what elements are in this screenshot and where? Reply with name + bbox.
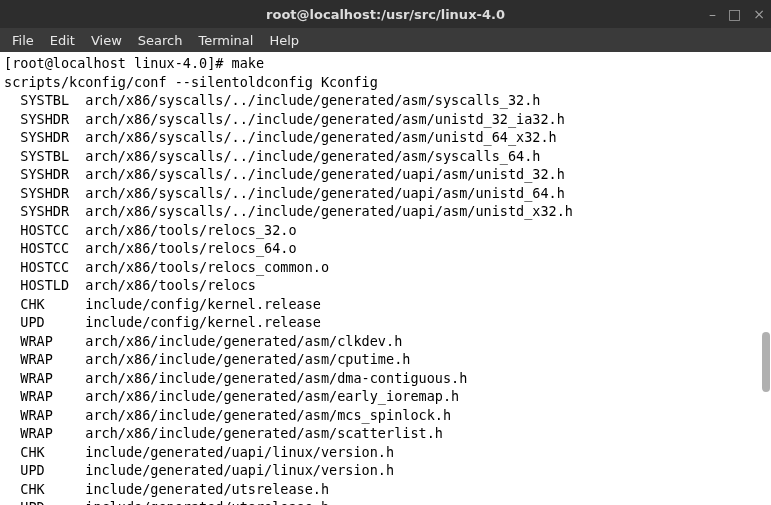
build-row: UPD include/config/kernel.release xyxy=(4,313,767,332)
build-row: SYSHDR arch/x86/syscalls/../include/gene… xyxy=(4,165,767,184)
build-row: UPD include/generated/utsrelease.h xyxy=(4,498,767,505)
prompt-line: [root@localhost linux-4.0]# make xyxy=(4,54,767,73)
build-row: WRAP arch/x86/include/generated/asm/dma-… xyxy=(4,369,767,388)
build-row: WRAP arch/x86/include/generated/asm/earl… xyxy=(4,387,767,406)
menu-help[interactable]: Help xyxy=(263,31,305,50)
build-row: SYSTBL arch/x86/syscalls/../include/gene… xyxy=(4,91,767,110)
build-row: CHK include/generated/utsrelease.h xyxy=(4,480,767,499)
menu-terminal[interactable]: Terminal xyxy=(192,31,259,50)
menu-file[interactable]: File xyxy=(6,31,40,50)
build-row: WRAP arch/x86/include/generated/asm/scat… xyxy=(4,424,767,443)
build-row: SYSHDR arch/x86/syscalls/../include/gene… xyxy=(4,110,767,129)
menu-search[interactable]: Search xyxy=(132,31,189,50)
scrollbar-thumb[interactable] xyxy=(762,332,770,392)
build-row: HOSTCC arch/x86/tools/relocs_64.o xyxy=(4,239,767,258)
build-row: SYSTBL arch/x86/syscalls/../include/gene… xyxy=(4,147,767,166)
maximize-icon[interactable]: □ xyxy=(728,7,741,21)
minimize-icon[interactable]: – xyxy=(709,7,716,21)
output-line: scripts/kconfig/conf --silentoldconfig K… xyxy=(4,73,767,92)
build-row: CHK include/config/kernel.release xyxy=(4,295,767,314)
build-row: CHK include/generated/uapi/linux/version… xyxy=(4,443,767,462)
scrollbar-track[interactable] xyxy=(761,52,771,505)
menubar: File Edit View Search Terminal Help xyxy=(0,28,771,52)
build-row: WRAP arch/x86/include/generated/asm/mcs_… xyxy=(4,406,767,425)
titlebar: root@localhost:/usr/src/linux-4.0 – □ × xyxy=(0,0,771,28)
build-row: SYSHDR arch/x86/syscalls/../include/gene… xyxy=(4,202,767,221)
build-row: UPD include/generated/uapi/linux/version… xyxy=(4,461,767,480)
menu-view[interactable]: View xyxy=(85,31,128,50)
build-row: HOSTLD arch/x86/tools/relocs xyxy=(4,276,767,295)
build-row: HOSTCC arch/x86/tools/relocs_common.o xyxy=(4,258,767,277)
build-row: HOSTCC arch/x86/tools/relocs_32.o xyxy=(4,221,767,240)
window-controls: – □ × xyxy=(709,7,765,21)
terminal-output[interactable]: [root@localhost linux-4.0]# makescripts/… xyxy=(0,52,771,505)
close-icon[interactable]: × xyxy=(753,7,765,21)
build-row: SYSHDR arch/x86/syscalls/../include/gene… xyxy=(4,184,767,203)
build-row: SYSHDR arch/x86/syscalls/../include/gene… xyxy=(4,128,767,147)
menu-edit[interactable]: Edit xyxy=(44,31,81,50)
window-title: root@localhost:/usr/src/linux-4.0 xyxy=(266,7,505,22)
build-row: WRAP arch/x86/include/generated/asm/cput… xyxy=(4,350,767,369)
build-row: WRAP arch/x86/include/generated/asm/clkd… xyxy=(4,332,767,351)
